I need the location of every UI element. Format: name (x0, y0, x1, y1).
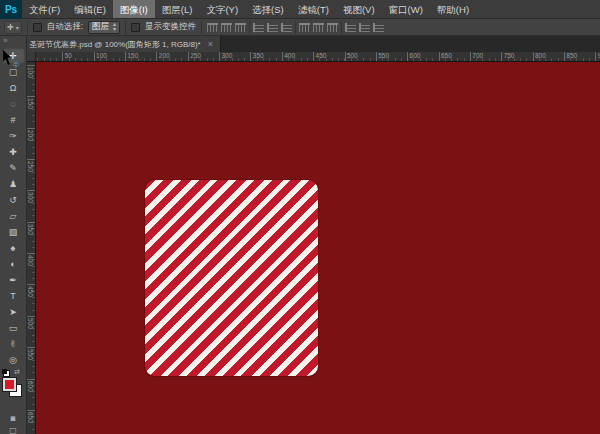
menu-item[interactable]: 滤镜(T) (291, 0, 336, 18)
crop-tool-icon[interactable]: # (2, 112, 25, 128)
ruler-tick-label: 600 (410, 52, 421, 59)
align-left-edges-icon[interactable] (253, 23, 264, 32)
toolbox-panel: » ✛▢Ω◌#✑✚✎♟↺▱▧♠◐✒T➤▭✌◎ ⇄ ◙ ▢ (0, 36, 27, 434)
show-transform-controls-label: 显示变换控件 (145, 21, 196, 33)
screen-mode-button[interactable]: ▢ (5, 425, 22, 434)
ruler-tick-label: 150 (27, 98, 34, 109)
document-tab-bar: » 圣诞节优惠券.psd @ 100%(圆角矩形 1, RGB/8)* × (0, 36, 600, 52)
chevron-down-icon: ▾ (16, 24, 19, 31)
photoshop-logo: Ps (0, 0, 22, 19)
hand-tool-icon[interactable]: ✌ (2, 336, 25, 352)
ruler-tick-label: 400 (27, 255, 34, 266)
menu-item[interactable]: 图层(L) (155, 0, 200, 18)
menu-item[interactable]: 文字(Y) (199, 0, 245, 18)
distribute-horizontal-centers-icon[interactable] (359, 23, 370, 32)
ruler-tick-label: 100 (27, 67, 34, 78)
document-tab[interactable]: 圣诞节优惠券.psd @ 100%(圆角矩形 1, RGB/8)* × (21, 36, 221, 52)
toolbox-collapse-icon[interactable]: » (0, 36, 26, 48)
ruler-corner (27, 52, 36, 62)
eyedropper-tool-icon[interactable]: ✑ (2, 128, 25, 144)
shape-tool-icon[interactable]: ▭ (2, 320, 25, 336)
menu-item[interactable]: 文件(F) (22, 0, 67, 18)
quick-mask-button[interactable]: ◙ (5, 413, 22, 424)
pen-tool-icon[interactable]: ✒ (2, 272, 25, 288)
align-top-edges-icon[interactable] (207, 23, 218, 32)
divider (201, 21, 202, 34)
menu-item[interactable]: 帮助(H) (430, 0, 476, 18)
document-tab-title: 圣诞节优惠券.psd @ 100%(圆角矩形 1, RGB/8)* (29, 39, 201, 50)
show-transform-controls-checkbox[interactable] (131, 23, 140, 32)
ruler-tick-label: 250 (190, 52, 201, 59)
ruler-tick-label: 350 (27, 224, 34, 235)
distribute-right-edges-icon[interactable] (373, 23, 384, 32)
zoom-tool-icon[interactable]: ◎ (2, 352, 25, 368)
foreground-color-swatch[interactable] (3, 378, 16, 391)
ruler-tick-label: 350 (253, 52, 264, 59)
document-canvas[interactable] (36, 62, 600, 434)
eraser-tool-icon[interactable]: ▱ (2, 208, 25, 224)
ruler-tick-label: 750 (504, 52, 515, 59)
auto-select-checkbox[interactable] (33, 23, 42, 32)
default-colors-icon[interactable] (3, 370, 10, 377)
align-vertical-centers-icon[interactable] (221, 23, 232, 32)
ruler-tick-label: 200 (27, 130, 34, 141)
divider (27, 21, 28, 34)
type-tool-icon[interactable]: T (2, 288, 25, 304)
divider (295, 21, 296, 34)
ruler-tick-label: 300 (222, 52, 233, 59)
path-selection-tool-icon[interactable]: ➤ (2, 304, 25, 320)
ruler-tick-label: 800 (535, 52, 546, 59)
ruler-tick-label: 150 (127, 52, 138, 59)
distribute-left-edges-icon[interactable] (345, 23, 356, 32)
ruler-tick-label: 700 (472, 52, 483, 59)
divider (125, 21, 126, 34)
quick-selection-tool-icon[interactable]: ◌ (2, 96, 25, 112)
distribute-bottom-edges-icon[interactable] (327, 23, 338, 32)
menu-bar: Ps 文件(F)编辑(E)图像(I)图层(L)文字(Y)选择(S)滤镜(T)视图… (0, 0, 600, 19)
healing-brush-tool-icon[interactable]: ✚ (2, 144, 25, 160)
ruler-tick-label: 850 (566, 52, 577, 59)
ruler-tick-label: 200 (159, 52, 170, 59)
blur-tool-icon[interactable]: ♠ (2, 240, 25, 256)
gradient-tool-icon[interactable]: ▧ (2, 224, 25, 240)
distribute-vertical-centers-icon[interactable] (313, 23, 324, 32)
dodge-tool-icon[interactable]: ◐ (2, 256, 25, 272)
auto-select-label: 自动选择: (47, 21, 83, 33)
clone-stamp-tool-icon[interactable]: ♟ (2, 176, 25, 192)
align-horizontal-centers-icon[interactable] (267, 23, 278, 32)
history-brush-tool-icon[interactable]: ↺ (2, 192, 25, 208)
lasso-tool-icon[interactable]: Ω (2, 80, 25, 96)
tool-options-bar: ✛ ▾ 自动选择: 图层 ▴▾ 显示变换控件 (0, 19, 600, 36)
menu-item[interactable]: 视图(V) (336, 0, 382, 18)
color-swatch-area: ⇄ (0, 370, 27, 412)
distribute-top-edges-icon[interactable] (299, 23, 310, 32)
align-bottom-edges-icon[interactable] (235, 23, 246, 32)
ruler-tick-label: 400 (284, 52, 295, 59)
close-icon[interactable]: × (208, 40, 213, 49)
tool-preset-picker[interactable]: ✛ ▾ (4, 21, 22, 34)
menu-item[interactable]: 图像(I) (113, 0, 155, 18)
dropdown-spinner-icon: ▴▾ (113, 22, 116, 32)
menu-item[interactable]: 窗口(W) (382, 0, 430, 18)
align-right-edges-icon[interactable] (281, 23, 292, 32)
divider (341, 21, 342, 34)
move-tool-icon: ✛ (7, 23, 14, 32)
ruler-tick-label: 650 (441, 52, 452, 59)
swap-colors-icon[interactable]: ⇄ (14, 368, 20, 376)
ruler-tick-label: 250 (27, 161, 34, 172)
ruler-tick-label: 500 (347, 52, 358, 59)
ruler-tick-label: 450 (27, 286, 34, 297)
auto-select-target-dropdown[interactable]: 图层 ▴▾ (88, 21, 120, 34)
tool-list: ✛▢Ω◌#✑✚✎♟↺▱▧♠◐✒T➤▭✌◎ (0, 48, 26, 368)
ruler-tick-label: 550 (378, 52, 389, 59)
menu-item[interactable]: 编辑(E) (67, 0, 113, 18)
rounded-rectangle-shape[interactable] (145, 180, 318, 376)
ruler-tick-label: 650 (27, 412, 34, 423)
vertical-ruler[interactable]: 100150200250300350400450500550600650 (27, 62, 36, 434)
horizontal-ruler[interactable]: 5010015020025030035040045050055060065070… (27, 52, 600, 62)
ruler-tick-label: 50 (65, 52, 72, 59)
divider (249, 21, 250, 34)
ruler-tick-label: 550 (27, 349, 34, 360)
brush-tool-icon[interactable]: ✎ (2, 160, 25, 176)
menu-item[interactable]: 选择(S) (245, 0, 291, 18)
